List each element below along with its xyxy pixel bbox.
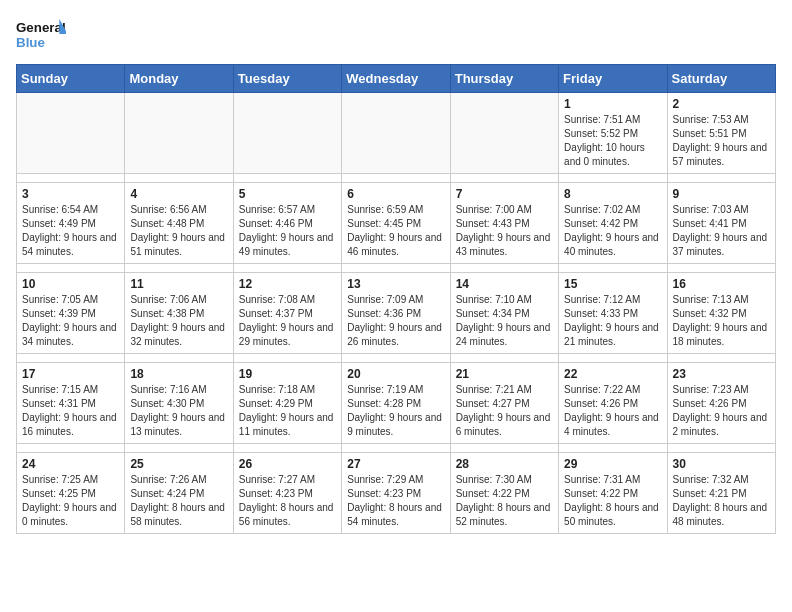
calendar-day-4: 4Sunrise: 6:56 AM Sunset: 4:48 PM Daylig… — [125, 183, 233, 264]
day-number: 6 — [347, 187, 444, 201]
calendar-day-3: 3Sunrise: 6:54 AM Sunset: 4:49 PM Daylig… — [17, 183, 125, 264]
calendar-day-5: 5Sunrise: 6:57 AM Sunset: 4:46 PM Daylig… — [233, 183, 341, 264]
day-number: 5 — [239, 187, 336, 201]
day-number: 19 — [239, 367, 336, 381]
day-info: Sunrise: 6:57 AM Sunset: 4:46 PM Dayligh… — [239, 203, 336, 259]
day-number: 26 — [239, 457, 336, 471]
weekday-thursday: Thursday — [450, 65, 558, 93]
calendar-day-17: 17Sunrise: 7:15 AM Sunset: 4:31 PM Dayli… — [17, 363, 125, 444]
day-info: Sunrise: 7:19 AM Sunset: 4:28 PM Dayligh… — [347, 383, 444, 439]
calendar-day-12: 12Sunrise: 7:08 AM Sunset: 4:37 PM Dayli… — [233, 273, 341, 354]
calendar-day-20: 20Sunrise: 7:19 AM Sunset: 4:28 PM Dayli… — [342, 363, 450, 444]
day-info: Sunrise: 7:12 AM Sunset: 4:33 PM Dayligh… — [564, 293, 661, 349]
day-info: Sunrise: 7:18 AM Sunset: 4:29 PM Dayligh… — [239, 383, 336, 439]
day-number: 9 — [673, 187, 770, 201]
day-number: 18 — [130, 367, 227, 381]
day-info: Sunrise: 7:16 AM Sunset: 4:30 PM Dayligh… — [130, 383, 227, 439]
day-info: Sunrise: 7:21 AM Sunset: 4:27 PM Dayligh… — [456, 383, 553, 439]
calendar-day-30: 30Sunrise: 7:32 AM Sunset: 4:21 PM Dayli… — [667, 453, 775, 534]
weekday-saturday: Saturday — [667, 65, 775, 93]
weekday-monday: Monday — [125, 65, 233, 93]
calendar-day-27: 27Sunrise: 7:29 AM Sunset: 4:23 PM Dayli… — [342, 453, 450, 534]
day-info: Sunrise: 7:29 AM Sunset: 4:23 PM Dayligh… — [347, 473, 444, 529]
weekday-friday: Friday — [559, 65, 667, 93]
day-info: Sunrise: 7:09 AM Sunset: 4:36 PM Dayligh… — [347, 293, 444, 349]
day-number: 12 — [239, 277, 336, 291]
day-number: 24 — [22, 457, 119, 471]
logo-svg: GeneralBlue — [16, 16, 66, 56]
weekday-tuesday: Tuesday — [233, 65, 341, 93]
day-info: Sunrise: 7:10 AM Sunset: 4:34 PM Dayligh… — [456, 293, 553, 349]
calendar-day-10: 10Sunrise: 7:05 AM Sunset: 4:39 PM Dayli… — [17, 273, 125, 354]
calendar-week-4: 17Sunrise: 7:15 AM Sunset: 4:31 PM Dayli… — [17, 363, 776, 444]
calendar-body: 1Sunrise: 7:51 AM Sunset: 5:52 PM Daylig… — [17, 93, 776, 534]
calendar-day-28: 28Sunrise: 7:30 AM Sunset: 4:22 PM Dayli… — [450, 453, 558, 534]
calendar-day-7: 7Sunrise: 7:00 AM Sunset: 4:43 PM Daylig… — [450, 183, 558, 264]
day-info: Sunrise: 7:27 AM Sunset: 4:23 PM Dayligh… — [239, 473, 336, 529]
calendar-day-6: 6Sunrise: 6:59 AM Sunset: 4:45 PM Daylig… — [342, 183, 450, 264]
day-info: Sunrise: 7:15 AM Sunset: 4:31 PM Dayligh… — [22, 383, 119, 439]
day-number: 21 — [456, 367, 553, 381]
day-info: Sunrise: 7:03 AM Sunset: 4:41 PM Dayligh… — [673, 203, 770, 259]
calendar-day-11: 11Sunrise: 7:06 AM Sunset: 4:38 PM Dayli… — [125, 273, 233, 354]
calendar-day-1: 1Sunrise: 7:51 AM Sunset: 5:52 PM Daylig… — [559, 93, 667, 174]
day-number: 15 — [564, 277, 661, 291]
calendar-week-1: 1Sunrise: 7:51 AM Sunset: 5:52 PM Daylig… — [17, 93, 776, 174]
calendar-header: SundayMondayTuesdayWednesdayThursdayFrid… — [17, 65, 776, 93]
logo: GeneralBlue — [16, 16, 66, 56]
day-number: 17 — [22, 367, 119, 381]
calendar-day-8: 8Sunrise: 7:02 AM Sunset: 4:42 PM Daylig… — [559, 183, 667, 264]
day-number: 22 — [564, 367, 661, 381]
day-number: 28 — [456, 457, 553, 471]
day-info: Sunrise: 7:26 AM Sunset: 4:24 PM Dayligh… — [130, 473, 227, 529]
calendar-day-18: 18Sunrise: 7:16 AM Sunset: 4:30 PM Dayli… — [125, 363, 233, 444]
day-info: Sunrise: 7:32 AM Sunset: 4:21 PM Dayligh… — [673, 473, 770, 529]
calendar-day-2: 2Sunrise: 7:53 AM Sunset: 5:51 PM Daylig… — [667, 93, 775, 174]
day-number: 2 — [673, 97, 770, 111]
day-info: Sunrise: 7:51 AM Sunset: 5:52 PM Dayligh… — [564, 113, 661, 169]
weekday-wednesday: Wednesday — [342, 65, 450, 93]
calendar-day-16: 16Sunrise: 7:13 AM Sunset: 4:32 PM Dayli… — [667, 273, 775, 354]
calendar-day-empty — [450, 93, 558, 174]
day-info: Sunrise: 7:00 AM Sunset: 4:43 PM Dayligh… — [456, 203, 553, 259]
weekday-sunday: Sunday — [17, 65, 125, 93]
day-info: Sunrise: 6:54 AM Sunset: 4:49 PM Dayligh… — [22, 203, 119, 259]
calendar-day-13: 13Sunrise: 7:09 AM Sunset: 4:36 PM Dayli… — [342, 273, 450, 354]
calendar-day-empty — [125, 93, 233, 174]
calendar-table: SundayMondayTuesdayWednesdayThursdayFrid… — [16, 64, 776, 534]
day-info: Sunrise: 7:08 AM Sunset: 4:37 PM Dayligh… — [239, 293, 336, 349]
calendar-day-24: 24Sunrise: 7:25 AM Sunset: 4:25 PM Dayli… — [17, 453, 125, 534]
day-info: Sunrise: 7:06 AM Sunset: 4:38 PM Dayligh… — [130, 293, 227, 349]
day-info: Sunrise: 7:53 AM Sunset: 5:51 PM Dayligh… — [673, 113, 770, 169]
calendar-week-3: 10Sunrise: 7:05 AM Sunset: 4:39 PM Dayli… — [17, 273, 776, 354]
day-number: 1 — [564, 97, 661, 111]
day-number: 25 — [130, 457, 227, 471]
calendar-week-2: 3Sunrise: 6:54 AM Sunset: 4:49 PM Daylig… — [17, 183, 776, 264]
day-number: 10 — [22, 277, 119, 291]
calendar-day-empty — [17, 93, 125, 174]
calendar-day-19: 19Sunrise: 7:18 AM Sunset: 4:29 PM Dayli… — [233, 363, 341, 444]
calendar-day-29: 29Sunrise: 7:31 AM Sunset: 4:22 PM Dayli… — [559, 453, 667, 534]
calendar-day-25: 25Sunrise: 7:26 AM Sunset: 4:24 PM Dayli… — [125, 453, 233, 534]
svg-text:Blue: Blue — [16, 35, 45, 50]
weekday-header-row: SundayMondayTuesdayWednesdayThursdayFrid… — [17, 65, 776, 93]
day-info: Sunrise: 6:59 AM Sunset: 4:45 PM Dayligh… — [347, 203, 444, 259]
day-number: 30 — [673, 457, 770, 471]
day-number: 7 — [456, 187, 553, 201]
day-number: 11 — [130, 277, 227, 291]
day-info: Sunrise: 7:30 AM Sunset: 4:22 PM Dayligh… — [456, 473, 553, 529]
day-number: 29 — [564, 457, 661, 471]
day-number: 4 — [130, 187, 227, 201]
day-info: Sunrise: 6:56 AM Sunset: 4:48 PM Dayligh… — [130, 203, 227, 259]
calendar-day-22: 22Sunrise: 7:22 AM Sunset: 4:26 PM Dayli… — [559, 363, 667, 444]
calendar-day-14: 14Sunrise: 7:10 AM Sunset: 4:34 PM Dayli… — [450, 273, 558, 354]
calendar-day-23: 23Sunrise: 7:23 AM Sunset: 4:26 PM Dayli… — [667, 363, 775, 444]
calendar-day-empty — [342, 93, 450, 174]
calendar-day-15: 15Sunrise: 7:12 AM Sunset: 4:33 PM Dayli… — [559, 273, 667, 354]
day-number: 27 — [347, 457, 444, 471]
day-info: Sunrise: 7:13 AM Sunset: 4:32 PM Dayligh… — [673, 293, 770, 349]
day-number: 13 — [347, 277, 444, 291]
calendar-day-26: 26Sunrise: 7:27 AM Sunset: 4:23 PM Dayli… — [233, 453, 341, 534]
day-number: 16 — [673, 277, 770, 291]
day-info: Sunrise: 7:31 AM Sunset: 4:22 PM Dayligh… — [564, 473, 661, 529]
